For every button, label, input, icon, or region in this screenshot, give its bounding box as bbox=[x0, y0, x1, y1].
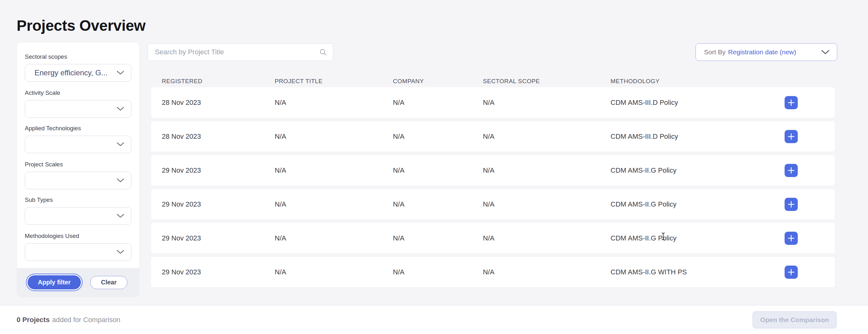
registered-cell: 29 Nov 2023 bbox=[162, 257, 201, 287]
sectoral-scope-cell: N/A bbox=[483, 121, 495, 151]
table-row: 28 Nov 2023 N/A N/A N/A CDM AMS-III.D Po… bbox=[151, 121, 835, 151]
comparison-footer: 0 Projects added for Comparison Open the… bbox=[0, 305, 868, 334]
table-row: 29 Nov 2023 N/A N/A N/A CDM AMS-II.G WIT… bbox=[151, 257, 835, 287]
chevron-down-icon bbox=[117, 107, 124, 111]
table-row: 29 Nov 2023 N/A N/A N/A CDM AMS-II.G Pol… bbox=[151, 189, 835, 219]
registered-cell: 29 Nov 2023 bbox=[162, 223, 201, 253]
methodology-cell: CDM AMS-III.D Policy bbox=[611, 87, 678, 118]
project-title-cell: N/A bbox=[275, 257, 286, 287]
methodology-cell: CDM AMS-II.G Policy bbox=[611, 155, 676, 186]
company-cell: N/A bbox=[393, 257, 405, 287]
filter-actions: Apply filter Clear bbox=[17, 268, 139, 297]
filter-label: Sub Types bbox=[25, 196, 131, 203]
company-cell: N/A bbox=[393, 223, 405, 253]
methodology-cell: CDM AMS-II.G Policy bbox=[611, 189, 676, 219]
plus-icon bbox=[787, 201, 795, 208]
sectoral-scope-cell: N/A bbox=[483, 87, 495, 118]
comparison-count-suffix: added for Comparison bbox=[52, 316, 120, 324]
chevron-down-icon bbox=[821, 50, 830, 55]
filter-panel: Sectoral scopes Energy efficiency, G... … bbox=[17, 42, 140, 297]
add-to-comparison-button[interactable] bbox=[784, 164, 798, 177]
filter-label: Project Scales bbox=[25, 161, 131, 168]
filter-group-activity-scale: Activity Scale bbox=[25, 89, 131, 118]
sectoral-scope-cell: N/A bbox=[483, 257, 495, 287]
chevron-down-icon bbox=[117, 250, 124, 254]
search-input[interactable] bbox=[155, 48, 319, 56]
open-comparison-button[interactable]: Open the Comparison bbox=[753, 311, 837, 328]
company-cell: N/A bbox=[393, 121, 405, 151]
filter-label: Sectoral scopes bbox=[25, 53, 131, 60]
sub-types-select[interactable] bbox=[25, 207, 131, 225]
applied-technologies-select[interactable] bbox=[25, 136, 131, 153]
plus-icon bbox=[787, 234, 795, 242]
project-scales-select[interactable] bbox=[25, 172, 131, 189]
methodology-cell: CDM AMS-II.G Policy bbox=[611, 223, 676, 253]
project-title-cell: N/A bbox=[275, 155, 286, 186]
company-cell: N/A bbox=[393, 87, 405, 118]
filter-group-sub-types: Sub Types bbox=[25, 196, 131, 225]
table-row: 28 Nov 2023 N/A N/A N/A CDM AMS-III.D Po… bbox=[151, 87, 835, 118]
chevron-down-icon bbox=[117, 214, 124, 218]
add-to-comparison-button[interactable] bbox=[784, 130, 798, 143]
column-header-company: COMPANY bbox=[393, 78, 424, 85]
add-to-comparison-button[interactable] bbox=[784, 266, 798, 279]
chevron-down-icon bbox=[117, 178, 124, 183]
column-header-methodology: METHODOLOGY bbox=[611, 78, 660, 85]
filter-label: Activity Scale bbox=[25, 89, 131, 96]
project-title-cell: N/A bbox=[275, 189, 286, 219]
registered-cell: 29 Nov 2023 bbox=[162, 155, 201, 186]
filter-label: Methodologies Used bbox=[25, 232, 131, 240]
sort-dropdown[interactable]: Sort By Registration date (new) bbox=[695, 43, 837, 61]
add-to-comparison-button[interactable] bbox=[784, 96, 798, 109]
plus-icon bbox=[787, 167, 795, 174]
chevron-down-icon bbox=[117, 71, 124, 75]
chevron-down-icon bbox=[117, 142, 124, 147]
sectoral-scopes-select[interactable]: Energy efficiency, G... bbox=[25, 64, 131, 82]
company-cell: N/A bbox=[393, 189, 405, 219]
registered-cell: 28 Nov 2023 bbox=[162, 121, 201, 151]
column-header-registered: REGISTERED bbox=[162, 78, 203, 85]
filter-group-applied-technologies: Applied Technologies bbox=[25, 125, 131, 153]
registered-cell: 29 Nov 2023 bbox=[162, 189, 201, 219]
plus-icon bbox=[787, 269, 795, 276]
registered-cell: 28 Nov 2023 bbox=[162, 87, 201, 118]
apply-filter-button[interactable]: Apply filter bbox=[28, 275, 81, 289]
table-row: 29 Nov 2023 N/A N/A N/A CDM AMS-II.G Pol… bbox=[151, 223, 835, 253]
filter-group-project-scales: Project Scales bbox=[25, 161, 131, 189]
text-cursor-icon bbox=[661, 232, 666, 241]
clear-filter-button[interactable]: Clear bbox=[90, 276, 127, 289]
company-cell: N/A bbox=[393, 155, 405, 186]
filter-label: Applied Technologies bbox=[25, 125, 131, 132]
methodology-cell: CDM AMS-II.G WITH PS bbox=[611, 257, 687, 287]
filter-group-sectoral-scopes: Sectoral scopes Energy efficiency, G... bbox=[25, 53, 131, 82]
table-row: 29 Nov 2023 N/A N/A N/A CDM AMS-II.G Pol… bbox=[151, 155, 835, 186]
comparison-status-text: 0 Projects added for Comparison bbox=[17, 305, 120, 334]
column-header-project-title: PROJECT TITLE bbox=[275, 78, 323, 85]
column-header-sectoral-scope: SECTORAL SCOPE bbox=[483, 78, 540, 85]
project-title-cell: N/A bbox=[275, 121, 286, 151]
sort-prefix-label: Sort By bbox=[704, 48, 725, 56]
page-title: Projects Overview bbox=[17, 17, 146, 34]
sectoral-scopes-value: Energy efficiency, G... bbox=[34, 68, 117, 77]
project-title-cell: N/A bbox=[275, 87, 286, 118]
activity-scale-select[interactable] bbox=[25, 100, 131, 118]
add-to-comparison-button[interactable] bbox=[784, 198, 798, 211]
methodologies-used-select[interactable] bbox=[25, 243, 131, 261]
plus-icon bbox=[787, 133, 795, 140]
methodology-cell: CDM AMS-III.D Policy bbox=[611, 121, 678, 151]
comparison-count: 0 Projects bbox=[17, 316, 50, 324]
search-input-wrapper bbox=[148, 43, 333, 61]
add-to-comparison-button[interactable] bbox=[784, 232, 798, 245]
project-title-cell: N/A bbox=[275, 223, 286, 253]
sort-selected-value: Registration date (new) bbox=[728, 48, 796, 56]
plus-icon bbox=[787, 99, 795, 106]
sectoral-scope-cell: N/A bbox=[483, 223, 495, 253]
search-icon bbox=[319, 48, 327, 56]
sectoral-scope-cell: N/A bbox=[483, 155, 495, 186]
sectoral-scope-cell: N/A bbox=[483, 189, 495, 219]
filter-group-methodologies-used: Methodologies Used bbox=[25, 232, 131, 261]
